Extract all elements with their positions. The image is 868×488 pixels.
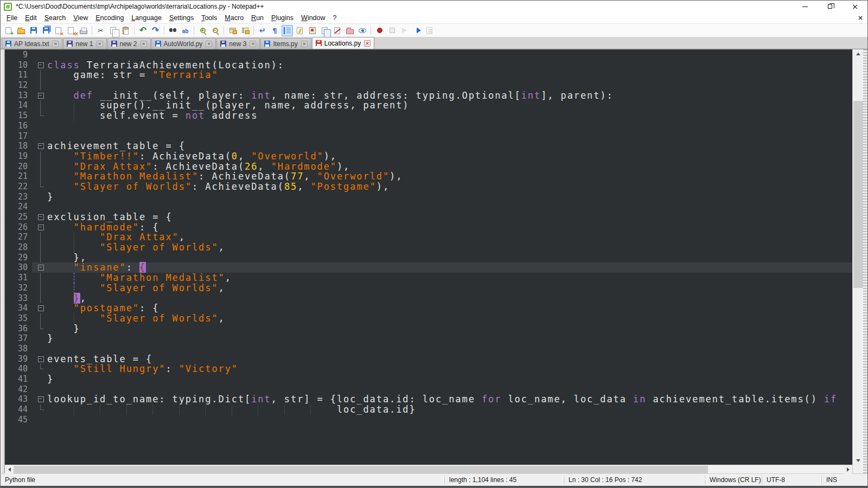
- code-text[interactable]: "Slayer of Worlds",: [47, 313, 852, 324]
- line-number[interactable]: 34: [5, 303, 32, 313]
- code-text[interactable]: "insane": {: [47, 262, 852, 273]
- code-text[interactable]: super().__init__(player, name, address, …: [47, 100, 852, 111]
- code-text[interactable]: [47, 415, 852, 425]
- menu-item-language[interactable]: Language: [127, 13, 165, 23]
- toolbar-word-wrap-icon[interactable]: [257, 25, 268, 36]
- toolbar-replace-icon[interactable]: [180, 25, 191, 36]
- code-text[interactable]: },: [47, 293, 852, 304]
- code-text[interactable]: "postgame": {: [47, 303, 852, 313]
- fold-toggle[interactable]: [32, 303, 47, 313]
- line-number[interactable]: 30: [5, 262, 32, 273]
- menu-item-macro[interactable]: Macro: [221, 13, 247, 23]
- fold-toggle[interactable]: [32, 262, 47, 273]
- toolbar-close-icon[interactable]: [53, 25, 64, 36]
- toolbar-file-monitoring-icon[interactable]: [356, 25, 368, 36]
- code-text[interactable]: exclusion_table = {: [47, 212, 852, 222]
- line-number[interactable]: 23: [5, 192, 32, 202]
- line-number[interactable]: 38: [5, 344, 32, 354]
- toolbar-macro-record-icon[interactable]: [374, 25, 385, 36]
- tab-close-icon[interactable]: ×: [141, 41, 147, 47]
- minimize-button[interactable]: [793, 1, 818, 12]
- code-text[interactable]: def __init__(self, player: int, name: st…: [47, 91, 852, 101]
- toolbar-undo-icon[interactable]: [137, 25, 149, 36]
- line-number[interactable]: 42: [5, 384, 32, 395]
- toolbar-copy-icon[interactable]: [107, 25, 119, 36]
- restore-button[interactable]: [818, 1, 843, 12]
- status-eol-format[interactable]: Windows (CR LF): [705, 476, 762, 485]
- tab-new-1[interactable]: new 1×: [63, 38, 106, 49]
- toolbar-sync-vertical-icon[interactable]: [227, 25, 238, 36]
- line-number[interactable]: 32: [5, 283, 32, 293]
- toolbar-close-all-icon[interactable]: [65, 25, 76, 36]
- menu-item-edit[interactable]: Edit: [21, 13, 41, 23]
- code-text[interactable]: }: [47, 333, 852, 344]
- toolbar-save-all-icon[interactable]: [40, 25, 52, 36]
- fold-toggle[interactable]: [32, 222, 47, 233]
- code-text[interactable]: "Slayer of Worlds": AchieveData(85, "Pos…: [47, 182, 852, 192]
- vertical-scrollbar[interactable]: [853, 49, 863, 465]
- line-number[interactable]: 26: [5, 222, 32, 233]
- horizontal-scrollbar-thumb[interactable]: [14, 466, 708, 473]
- line-number[interactable]: 18: [5, 141, 32, 151]
- code-text[interactable]: }: [47, 324, 852, 334]
- toolbar-document-map-icon[interactable]: [307, 25, 318, 36]
- menu-item-?[interactable]: ?: [329, 13, 341, 23]
- dock-splitter[interactable]: [1, 49, 5, 473]
- code-text[interactable]: [47, 131, 852, 142]
- scroll-down-arrow[interactable]: [853, 456, 864, 465]
- line-number[interactable]: 25: [5, 212, 32, 222]
- fold-toggle[interactable]: [32, 354, 47, 364]
- code-text[interactable]: events_table = {: [47, 354, 852, 364]
- code-text[interactable]: game: str = "Terraria": [47, 70, 852, 80]
- line-number[interactable]: 24: [5, 202, 32, 212]
- tab-close-icon[interactable]: ×: [364, 40, 371, 47]
- toolbar-macro-save-icon[interactable]: [424, 25, 435, 36]
- toolbar-cut-icon[interactable]: [95, 25, 106, 36]
- vertical-scrollbar-thumb[interactable]: [853, 101, 863, 288]
- code-area[interactable]: 910class TerrariaAchievement(Location):1…: [5, 50, 852, 465]
- status-insert-mode[interactable]: INS: [821, 476, 867, 485]
- tab-close-icon[interactable]: ×: [301, 41, 308, 47]
- fold-toggle[interactable]: [32, 394, 47, 404]
- code-text[interactable]: },: [47, 253, 852, 263]
- tab-items.py[interactable]: Items.py×: [260, 38, 311, 49]
- code-text[interactable]: "Slayer of Worlds",: [47, 242, 852, 253]
- code-text[interactable]: "Still Hungry": "Victory": [47, 364, 852, 374]
- code-text[interactable]: "Marathon Medalist": AchieveData(77, "Ov…: [47, 171, 852, 182]
- line-number[interactable]: 11: [5, 70, 32, 80]
- code-text[interactable]: self.event = not address: [47, 111, 852, 121]
- toolbar-function-list-icon[interactable]: [294, 25, 305, 36]
- code-text[interactable]: lookup_id_to_name: typing.Dict[int, str]…: [47, 394, 852, 404]
- line-number[interactable]: 27: [5, 232, 32, 242]
- code-text[interactable]: [47, 80, 852, 91]
- code-text[interactable]: "Drax Attax",: [47, 232, 852, 242]
- line-number[interactable]: 19: [5, 151, 32, 162]
- tab-autoworld.py[interactable]: AutoWorld.py×: [151, 38, 216, 49]
- code-text[interactable]: achievement_table = {: [47, 141, 852, 151]
- code-text[interactable]: class TerrariaAchievement(Location):: [47, 60, 852, 70]
- toolbar-macro-stop-icon[interactable]: [386, 25, 398, 36]
- line-number[interactable]: 41: [5, 374, 32, 384]
- toolbar-define-language-icon[interactable]: [331, 25, 343, 36]
- line-number[interactable]: 28: [5, 242, 32, 253]
- code-text[interactable]: [47, 50, 852, 60]
- toolbar-zoom-out-icon[interactable]: [209, 25, 221, 36]
- line-number[interactable]: 15: [5, 111, 32, 121]
- fold-toggle[interactable]: [32, 212, 47, 222]
- line-number[interactable]: 44: [5, 404, 32, 415]
- menu-item-run[interactable]: Run: [247, 13, 267, 23]
- toolbar-macro-run-multiple-icon[interactable]: [411, 25, 423, 36]
- tab-new-2[interactable]: new 2×: [107, 38, 151, 49]
- status-encoding[interactable]: UTF-8: [762, 476, 821, 485]
- code-text[interactable]: }: [47, 192, 852, 202]
- toolbar-redo-icon[interactable]: [150, 25, 161, 36]
- toolbar-new-file-icon[interactable]: [3, 25, 14, 36]
- tab-ap-ideas.txt[interactable]: AP Ideas.txt×: [2, 38, 62, 49]
- line-number[interactable]: 37: [5, 333, 32, 344]
- toolbar-open-file-icon[interactable]: [15, 25, 27, 36]
- fold-toggle[interactable]: [32, 60, 47, 70]
- scroll-up-arrow[interactable]: [853, 49, 864, 58]
- document-close-icon[interactable]: ×: [858, 14, 863, 22]
- code-text[interactable]: "Marathon Medalist",: [47, 273, 852, 283]
- scroll-left-arrow[interactable]: [5, 465, 14, 474]
